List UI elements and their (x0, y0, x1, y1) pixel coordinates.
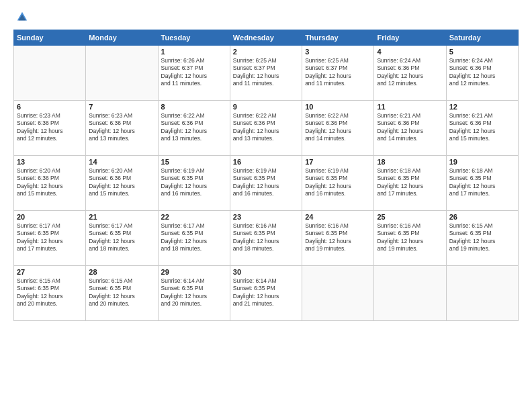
day-number: 30 (233, 268, 299, 276)
day-info: Sunrise: 6:23 AM Sunset: 6:36 PM Dayligh… (89, 112, 154, 143)
day-info: Sunrise: 6:23 AM Sunset: 6:36 PM Dayligh… (17, 112, 83, 143)
day-info: Sunrise: 6:24 AM Sunset: 6:36 PM Dayligh… (449, 57, 515, 88)
calendar-cell: 5Sunrise: 6:24 AM Sunset: 6:36 PM Daylig… (446, 46, 518, 101)
day-info: Sunrise: 6:19 AM Sunset: 6:35 PM Dayligh… (161, 167, 227, 198)
calendar-cell (446, 266, 518, 321)
calendar-cell: 8Sunrise: 6:22 AM Sunset: 6:36 PM Daylig… (158, 101, 230, 156)
day-info: Sunrise: 6:15 AM Sunset: 6:35 PM Dayligh… (17, 277, 83, 308)
day-number: 26 (449, 213, 515, 221)
calendar-cell: 15Sunrise: 6:19 AM Sunset: 6:35 PM Dayli… (158, 156, 230, 211)
day-number: 11 (377, 103, 443, 111)
day-number: 6 (17, 103, 83, 111)
day-number: 29 (161, 268, 227, 276)
calendar-cell: 6Sunrise: 6:23 AM Sunset: 6:36 PM Daylig… (14, 101, 86, 156)
calendar-cell: 12Sunrise: 6:21 AM Sunset: 6:36 PM Dayli… (446, 101, 518, 156)
calendar-week-1: 6Sunrise: 6:23 AM Sunset: 6:36 PM Daylig… (14, 101, 519, 156)
calendar-cell: 26Sunrise: 6:15 AM Sunset: 6:35 PM Dayli… (446, 211, 518, 266)
calendar-header-friday: Friday (374, 30, 446, 46)
day-info: Sunrise: 6:22 AM Sunset: 6:36 PM Dayligh… (161, 112, 227, 143)
calendar-week-2: 13Sunrise: 6:20 AM Sunset: 6:36 PM Dayli… (14, 156, 519, 211)
day-info: Sunrise: 6:17 AM Sunset: 6:35 PM Dayligh… (161, 222, 227, 253)
day-info: Sunrise: 6:16 AM Sunset: 6:35 PM Dayligh… (305, 222, 371, 253)
day-number: 18 (377, 158, 443, 166)
day-number: 15 (161, 158, 227, 166)
calendar-header-wednesday: Wednesday (230, 30, 302, 46)
day-info: Sunrise: 6:26 AM Sunset: 6:37 PM Dayligh… (161, 57, 227, 88)
calendar-cell: 17Sunrise: 6:19 AM Sunset: 6:35 PM Dayli… (302, 156, 374, 211)
day-number: 5 (449, 48, 515, 56)
day-number: 28 (89, 268, 154, 276)
calendar-header-monday: Monday (86, 30, 158, 46)
day-number: 25 (377, 213, 443, 221)
page: SundayMondayTuesdayWednesdayThursdayFrid… (0, 0, 532, 411)
calendar-cell (374, 266, 446, 321)
calendar-header-row: SundayMondayTuesdayWednesdayThursdayFrid… (14, 30, 519, 46)
day-number: 2 (233, 48, 299, 56)
day-number: 1 (161, 48, 227, 56)
day-number: 12 (449, 103, 515, 111)
calendar-cell: 21Sunrise: 6:17 AM Sunset: 6:35 PM Dayli… (86, 211, 158, 266)
day-number: 8 (161, 103, 227, 111)
calendar-header-sunday: Sunday (14, 30, 86, 46)
calendar-cell: 25Sunrise: 6:16 AM Sunset: 6:35 PM Dayli… (374, 211, 446, 266)
day-info: Sunrise: 6:20 AM Sunset: 6:36 PM Dayligh… (89, 167, 154, 198)
calendar-cell: 7Sunrise: 6:23 AM Sunset: 6:36 PM Daylig… (86, 101, 158, 156)
calendar-week-0: 1Sunrise: 6:26 AM Sunset: 6:37 PM Daylig… (14, 46, 519, 101)
calendar-cell (14, 46, 86, 101)
day-info: Sunrise: 6:19 AM Sunset: 6:35 PM Dayligh… (233, 167, 299, 198)
day-info: Sunrise: 6:24 AM Sunset: 6:36 PM Dayligh… (377, 57, 443, 88)
calendar-cell (86, 46, 158, 101)
calendar-cell: 4Sunrise: 6:24 AM Sunset: 6:36 PM Daylig… (374, 46, 446, 101)
calendar-header-tuesday: Tuesday (158, 30, 230, 46)
calendar-header-saturday: Saturday (446, 30, 518, 46)
day-info: Sunrise: 6:17 AM Sunset: 6:35 PM Dayligh… (89, 222, 154, 253)
day-info: Sunrise: 6:22 AM Sunset: 6:36 PM Dayligh… (305, 112, 371, 143)
day-number: 20 (17, 213, 83, 221)
day-info: Sunrise: 6:15 AM Sunset: 6:35 PM Dayligh… (449, 222, 515, 253)
day-number: 27 (17, 268, 83, 276)
day-info: Sunrise: 6:16 AM Sunset: 6:35 PM Dayligh… (377, 222, 443, 253)
day-number: 17 (305, 158, 371, 166)
calendar-cell: 19Sunrise: 6:18 AM Sunset: 6:35 PM Dayli… (446, 156, 518, 211)
calendar-cell: 23Sunrise: 6:16 AM Sunset: 6:35 PM Dayli… (230, 211, 302, 266)
day-info: Sunrise: 6:17 AM Sunset: 6:35 PM Dayligh… (17, 222, 83, 253)
day-info: Sunrise: 6:14 AM Sunset: 6:35 PM Dayligh… (233, 277, 299, 308)
calendar: SundayMondayTuesdayWednesdayThursdayFrid… (13, 30, 519, 321)
calendar-week-4: 27Sunrise: 6:15 AM Sunset: 6:35 PM Dayli… (14, 266, 519, 321)
day-info: Sunrise: 6:20 AM Sunset: 6:36 PM Dayligh… (17, 167, 83, 198)
logo (13, 11, 30, 23)
day-number: 13 (17, 158, 83, 166)
calendar-cell: 14Sunrise: 6:20 AM Sunset: 6:36 PM Dayli… (86, 156, 158, 211)
day-info: Sunrise: 6:18 AM Sunset: 6:35 PM Dayligh… (377, 167, 443, 198)
day-info: Sunrise: 6:16 AM Sunset: 6:35 PM Dayligh… (233, 222, 299, 253)
calendar-cell (302, 266, 374, 321)
day-number: 14 (89, 158, 154, 166)
calendar-cell: 2Sunrise: 6:25 AM Sunset: 6:37 PM Daylig… (230, 46, 302, 101)
day-number: 23 (233, 213, 299, 221)
day-number: 19 (449, 158, 515, 166)
day-info: Sunrise: 6:21 AM Sunset: 6:36 PM Dayligh… (449, 112, 515, 143)
header (13, 11, 519, 23)
day-number: 24 (305, 213, 371, 221)
day-info: Sunrise: 6:21 AM Sunset: 6:36 PM Dayligh… (377, 112, 443, 143)
calendar-cell: 24Sunrise: 6:16 AM Sunset: 6:35 PM Dayli… (302, 211, 374, 266)
calendar-cell: 13Sunrise: 6:20 AM Sunset: 6:36 PM Dayli… (14, 156, 86, 211)
day-info: Sunrise: 6:25 AM Sunset: 6:37 PM Dayligh… (233, 57, 299, 88)
day-number: 9 (233, 103, 299, 111)
day-info: Sunrise: 6:15 AM Sunset: 6:35 PM Dayligh… (89, 277, 154, 308)
day-number: 4 (377, 48, 443, 56)
day-info: Sunrise: 6:25 AM Sunset: 6:37 PM Dayligh… (305, 57, 371, 88)
logo-icon (16, 11, 28, 23)
day-info: Sunrise: 6:14 AM Sunset: 6:35 PM Dayligh… (161, 277, 227, 308)
day-number: 3 (305, 48, 371, 56)
calendar-cell: 16Sunrise: 6:19 AM Sunset: 6:35 PM Dayli… (230, 156, 302, 211)
day-info: Sunrise: 6:18 AM Sunset: 6:35 PM Dayligh… (449, 167, 515, 198)
calendar-cell: 29Sunrise: 6:14 AM Sunset: 6:35 PM Dayli… (158, 266, 230, 321)
calendar-cell: 10Sunrise: 6:22 AM Sunset: 6:36 PM Dayli… (302, 101, 374, 156)
day-info: Sunrise: 6:19 AM Sunset: 6:35 PM Dayligh… (305, 167, 371, 198)
calendar-cell: 9Sunrise: 6:22 AM Sunset: 6:36 PM Daylig… (230, 101, 302, 156)
day-number: 10 (305, 103, 371, 111)
day-number: 16 (233, 158, 299, 166)
calendar-cell: 27Sunrise: 6:15 AM Sunset: 6:35 PM Dayli… (14, 266, 86, 321)
calendar-cell: 20Sunrise: 6:17 AM Sunset: 6:35 PM Dayli… (14, 211, 86, 266)
